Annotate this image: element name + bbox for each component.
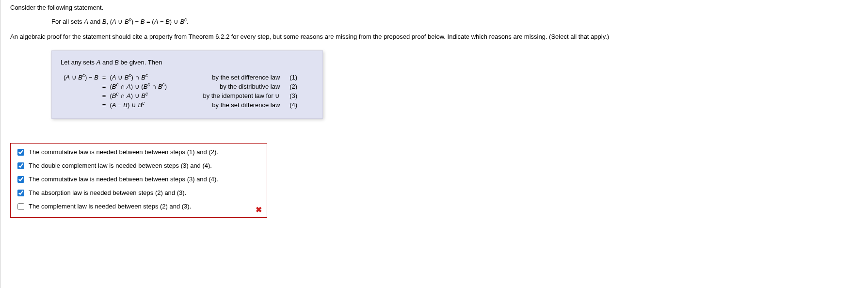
option-label[interactable]: The complement law is needed between ste… (29, 203, 191, 210)
options-box: The commutative law is needed between be… (10, 143, 267, 218)
option-checkbox[interactable] (17, 203, 24, 210)
option-label[interactable]: The absorption law is needed between ste… (29, 189, 186, 196)
proof-rhs: (A − B) ∪ Bc (107, 100, 194, 110)
option-label[interactable]: The double complement law is needed betw… (29, 162, 212, 169)
proof-reason: by the set difference law (194, 100, 283, 110)
proof-tag: (2) (283, 82, 300, 91)
statement-and: and (88, 18, 102, 25)
statement-A: A (84, 18, 88, 25)
proof-lhs: (A ∪ Bc) − B (61, 73, 101, 82)
proof-row: = (Bc ∩ A) ∪ (Bc ∩ Bc) by the distributi… (61, 82, 300, 91)
proof-rhs: (Bc ∩ A) ∪ Bc (107, 91, 194, 100)
option-checkbox[interactable] (17, 190, 24, 196)
statement-rest: , (A ∪ Bc) − B = (A − B) ∪ Bc. (106, 18, 188, 25)
proof-rhs: (Bc ∩ A) ∪ (Bc ∩ Bc) (107, 82, 194, 91)
statement-prefix: For all sets (51, 18, 84, 25)
option-checkbox[interactable] (17, 162, 24, 169)
proof-eq: = (101, 100, 107, 110)
option-label[interactable]: The commutative law is needed between be… (29, 148, 218, 156)
proof-row: = (A − B) ∪ Bc by the set difference law… (61, 100, 300, 110)
proof-box: Let any sets A and B be given. Then (A ∪… (51, 50, 323, 119)
proof-row: = (Bc ∩ A) ∪ Bc by the idempotent law fo… (61, 91, 300, 100)
proof-table: (A ∪ Bc) − B = (A ∪ Bc) ∩ Bc by the set … (61, 73, 300, 110)
proof-reason: by the idempotent law for ∪ (194, 91, 283, 100)
option-row: The complement law is needed between ste… (16, 200, 262, 213)
proof-reason: by the distributive law (194, 82, 283, 91)
option-checkbox[interactable] (17, 176, 24, 183)
proof-tag: (1) (283, 73, 300, 82)
proof-row: (A ∪ Bc) − B = (A ∪ Bc) ∩ Bc by the set … (61, 73, 300, 82)
option-label[interactable]: The commutative law is needed between be… (29, 176, 218, 183)
proof-reason: by the set difference law (194, 73, 283, 82)
proof-eq: = (101, 82, 107, 91)
instruction: An algebraic proof for the statement sho… (10, 32, 858, 42)
proof-rhs: (A ∪ Bc) ∩ Bc (107, 73, 194, 82)
option-row: The double complement law is needed betw… (16, 159, 262, 173)
question-intro: Consider the following statement. (10, 4, 858, 11)
option-row: The absorption law is needed between ste… (16, 186, 262, 200)
proof-eq: = (101, 73, 107, 82)
incorrect-icon: ✖ (256, 205, 262, 214)
proof-tag: (3) (283, 91, 300, 100)
proof-tag: (4) (283, 100, 300, 110)
statement-expr: A (112, 18, 116, 25)
proof-eq: = (101, 91, 107, 100)
option-row: The commutative law is needed between be… (16, 145, 262, 159)
proof-intro: Let any sets A and B be given. Then (61, 59, 314, 66)
option-row: The commutative law is needed between be… (16, 173, 262, 186)
question-page: Consider the following statement. For al… (0, 0, 868, 288)
statement: For all sets A and B, (A ∪ Bc) − B = (A … (51, 18, 858, 25)
option-checkbox[interactable] (17, 149, 24, 156)
